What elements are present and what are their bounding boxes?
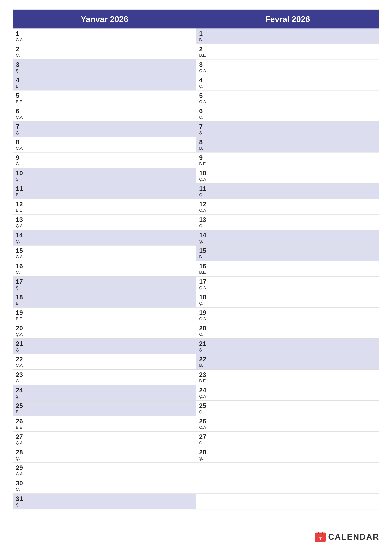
day-label: C. (16, 270, 193, 275)
day-number: 31 (16, 495, 193, 502)
day-number: 13 (199, 216, 376, 223)
day-label: C.A (199, 99, 376, 104)
day-number: 24 (199, 387, 376, 394)
day-label: C.A (199, 316, 376, 321)
day-cell: 12B.E (13, 199, 196, 215)
logo-area: 7 CALENDAR (315, 531, 379, 542)
day-cell: 28Ş. (196, 447, 379, 463)
day-label: B. (16, 84, 193, 89)
day-cell: 9C. (13, 153, 196, 168)
day-number: 25 (16, 402, 193, 409)
day-cell: 1C.A (13, 29, 196, 44)
day-number: 24 (16, 387, 193, 394)
day-cell: 25Ç. (196, 401, 379, 416)
day-cell: 2B.E (196, 44, 379, 59)
day-cell: 6Ç.A (13, 106, 196, 122)
day-label: C. (199, 223, 376, 228)
day-label: C.A (16, 363, 193, 368)
day-cell: 4Ç. (196, 75, 379, 90)
day-number: 16 (16, 263, 193, 270)
day-number: 28 (199, 449, 376, 456)
day-label: B. (199, 146, 376, 151)
day-number: 22 (199, 356, 376, 363)
day-cell: 5B.E (13, 90, 196, 106)
day-cell: 10Ş. (13, 168, 196, 183)
day-label: B. (199, 254, 376, 259)
day-label: C.A (16, 471, 193, 476)
day-cell: 1B. (196, 29, 379, 44)
day-cell: 27Ç.A (13, 431, 196, 447)
day-cell: 23B.E (196, 370, 379, 385)
day-number: 1 (199, 30, 376, 37)
day-label: C.A (16, 254, 193, 259)
day-number: 14 (16, 232, 193, 239)
day-cell: 27C. (196, 431, 379, 447)
day-label: B. (16, 409, 193, 414)
day-number: 7 (16, 123, 193, 130)
day-number: 16 (199, 263, 376, 270)
day-label: C.A (16, 146, 193, 151)
day-label: Ş. (16, 68, 193, 73)
day-label: Ş. (16, 177, 193, 182)
day-number: 26 (16, 418, 193, 425)
day-cell: 13C. (196, 215, 379, 230)
svg-rect-4 (318, 532, 319, 534)
calendar-grid: Yanvar 2026 Fevral 2026 1C.A1B.2C.2B.E3Ş… (13, 9, 379, 510)
day-cell: 29C.A (13, 463, 196, 478)
day-label: Ç.A (16, 332, 193, 337)
day-number: 6 (199, 108, 376, 115)
day-label: C.A (16, 37, 193, 42)
day-number: 23 (16, 371, 193, 378)
day-cell: 7Ş. (196, 122, 379, 137)
day-label: B. (199, 37, 376, 42)
day-number: 4 (199, 77, 376, 84)
day-label: Ç. (16, 130, 193, 135)
day-cell: 13Ç.A (13, 215, 196, 230)
day-label: Ş. (16, 394, 193, 399)
day-label: Ç.A (199, 68, 376, 73)
day-number: 17 (16, 278, 193, 285)
day-number: 5 (16, 92, 193, 99)
day-cell (196, 478, 379, 494)
day-number: 25 (199, 402, 376, 409)
day-number: 9 (199, 154, 376, 161)
day-number: 7 (199, 123, 376, 130)
day-cell: 23C. (13, 370, 196, 385)
day-number: 2 (16, 45, 193, 52)
day-number: 23 (199, 371, 376, 378)
day-label: Ç. (199, 84, 376, 89)
day-number: 12 (199, 201, 376, 208)
day-cell: 21Ç. (13, 339, 196, 354)
day-number: 18 (16, 294, 193, 301)
day-cell: 9B.E (196, 153, 379, 168)
day-label: Ç.A (199, 285, 376, 290)
day-cell: 17Ş. (13, 277, 196, 292)
day-cell: 20C. (196, 323, 379, 339)
logo-text: CALENDAR (328, 532, 379, 541)
day-cell: 12C.A (196, 199, 379, 215)
day-number: 15 (199, 247, 376, 254)
day-label: B.E (199, 270, 376, 275)
day-number: 10 (199, 170, 376, 176)
day-cell: 25B. (13, 401, 196, 416)
day-number: 9 (16, 154, 193, 161)
day-number: 14 (199, 232, 376, 239)
day-label: C. (199, 332, 376, 337)
day-cell: 16B.E (196, 261, 379, 277)
day-label: C.A (199, 425, 376, 430)
day-label: Ş. (16, 503, 193, 507)
day-number: 3 (199, 61, 376, 68)
day-cell: 8B. (196, 137, 379, 153)
day-label: B.E (16, 99, 193, 104)
day-label: B. (16, 301, 193, 306)
day-cell: 8C.A (13, 137, 196, 153)
day-cell: 28Ç. (13, 447, 196, 463)
page: Yanvar 2026 Fevral 2026 1C.A1B.2C.2B.E3Ş… (0, 0, 392, 555)
day-cell (196, 494, 379, 509)
day-label: Ç.A (199, 394, 376, 399)
day-number: 21 (16, 340, 193, 347)
day-label: Ç.A (199, 177, 376, 182)
day-number: 11 (199, 185, 376, 192)
day-cell: 5C.A (196, 90, 379, 106)
day-cell: 19B.E (13, 307, 196, 323)
